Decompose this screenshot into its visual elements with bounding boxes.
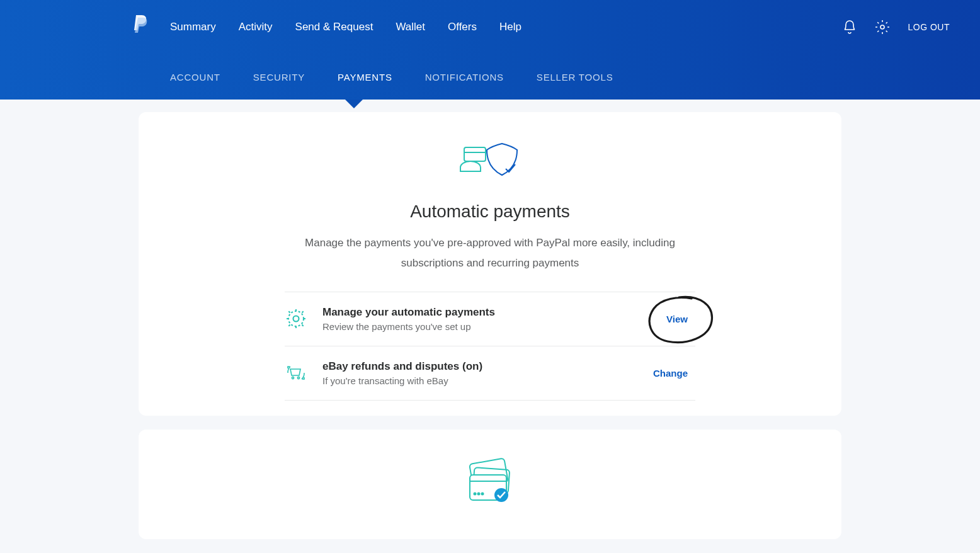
automatic-payments-card: Automatic payments Manage the payments y… xyxy=(139,112,841,416)
row-body: eBay refunds and disputes (on) If you're… xyxy=(310,360,646,386)
svg-point-12 xyxy=(478,493,480,494)
view-link[interactable]: View xyxy=(659,309,695,329)
active-tab-indicator-icon xyxy=(345,100,363,108)
secondary-nav: ACCOUNT SECURITY PAYMENTS NOTIFICATIONS … xyxy=(0,54,980,100)
tab-notifications[interactable]: NOTIFICATIONS xyxy=(425,72,504,83)
cards-hero-icon xyxy=(139,456,841,506)
svg-rect-1 xyxy=(464,147,486,161)
tab-payments[interactable]: PAYMENTS xyxy=(338,72,392,83)
second-card xyxy=(139,430,841,539)
tab-seller-tools[interactable]: SELLER TOOLS xyxy=(537,72,613,83)
automatic-payments-hero-icon xyxy=(139,139,841,184)
page-description: Manage the payments you've pre-approved … xyxy=(288,233,692,274)
gear-icon xyxy=(285,307,310,330)
svg-point-4 xyxy=(288,311,304,326)
settings-icon[interactable] xyxy=(875,20,890,35)
nav-activity[interactable]: Activity xyxy=(239,21,273,33)
notifications-icon[interactable] xyxy=(842,20,857,35)
row-subtitle: Review the payments you've set up xyxy=(322,321,659,332)
logout-link[interactable]: LOG OUT xyxy=(908,22,950,32)
nav-offers[interactable]: Offers xyxy=(448,21,477,33)
view-link-label: View xyxy=(666,314,688,324)
nav-help[interactable]: Help xyxy=(499,21,521,33)
svg-point-13 xyxy=(482,493,484,494)
svg-point-11 xyxy=(474,493,476,494)
header: Summary Activity Send & Request Wallet O… xyxy=(0,0,980,100)
row-subtitle: If you're transacting with eBay xyxy=(322,375,646,386)
paypal-logo-icon[interactable] xyxy=(131,15,147,37)
cart-refresh-icon xyxy=(285,362,310,384)
svg-point-3 xyxy=(293,316,299,322)
row-title: eBay refunds and disputes (on) xyxy=(322,360,646,373)
tab-security[interactable]: SECURITY xyxy=(253,72,305,83)
nav-right: LOG OUT xyxy=(842,20,950,35)
settings-list: Manage your automatic payments Review th… xyxy=(285,292,695,401)
row-body: Manage your automatic payments Review th… xyxy=(310,306,659,332)
row-title: Manage your automatic payments xyxy=(322,306,659,319)
primary-nav: Summary Activity Send & Request Wallet O… xyxy=(170,21,521,33)
tab-account[interactable]: ACCOUNT xyxy=(170,72,220,83)
nav-wallet[interactable]: Wallet xyxy=(396,21,425,33)
nav-send-request[interactable]: Send & Request xyxy=(295,21,373,33)
change-link[interactable]: Change xyxy=(646,363,695,384)
svg-point-5 xyxy=(292,377,293,379)
svg-point-0 xyxy=(880,25,884,29)
nav-summary[interactable]: Summary xyxy=(170,21,216,33)
change-link-label: Change xyxy=(653,368,688,379)
ebay-refunds-row: eBay refunds and disputes (on) If you're… xyxy=(285,346,695,401)
page-title: Automatic payments xyxy=(139,202,841,222)
manage-automatic-payments-row: Manage your automatic payments Review th… xyxy=(285,292,695,346)
svg-point-6 xyxy=(297,377,299,379)
content: Automatic payments Manage the payments y… xyxy=(139,112,841,539)
top-nav: Summary Activity Send & Request Wallet O… xyxy=(0,0,980,54)
